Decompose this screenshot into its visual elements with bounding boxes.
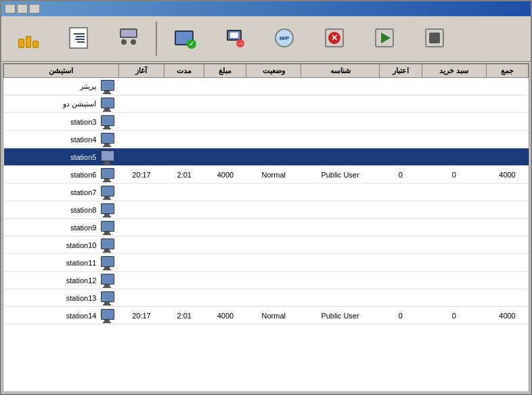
table-row[interactable]: station7 <box>4 184 529 201</box>
table-row[interactable]: station12 <box>4 272 529 289</box>
station-label: station7 <box>70 188 97 196</box>
station-label: پرینتر <box>80 82 96 91</box>
minimize-button[interactable] <box>5 4 16 14</box>
maximize-button[interactable] <box>17 4 28 14</box>
station-name-cell: station8 <box>4 201 119 219</box>
report-button[interactable] <box>54 19 103 58</box>
col-start: آغاز <box>118 64 164 78</box>
logoff-button[interactable]: → <box>210 19 259 58</box>
table-row[interactable]: station3 <box>4 113 529 131</box>
station-name-cell: station9 <box>4 219 119 236</box>
col-amount: مبلغ <box>204 64 246 78</box>
station-name-cell: station11 <box>4 254 119 272</box>
station-label: station12 <box>66 276 97 285</box>
station-label: station11 <box>66 259 97 267</box>
all-icon: ✓ <box>171 26 198 50</box>
station-name-cell: station7 <box>4 184 119 201</box>
stations-table-container[interactable]: جمع سبد خرید اعتبار شناسه وضعیت مبلغ مدت… <box>3 63 529 392</box>
close-button[interactable] <box>29 4 40 14</box>
coins-icon <box>15 26 42 50</box>
station-label: station4 <box>70 136 97 144</box>
max-usage-button[interactable] <box>4 19 53 58</box>
mp-icon: M/P <box>271 26 298 50</box>
station-name-cell: station5 <box>4 148 119 166</box>
table-row[interactable]: station5 <box>4 148 529 166</box>
station-label: station8 <box>70 206 97 214</box>
station-label: station9 <box>70 224 97 232</box>
station-name-cell: station10 <box>4 236 119 254</box>
station-label: station6 <box>70 171 97 179</box>
stations-table: جمع سبد خرید اعتبار شناسه وضعیت مبلغ مدت… <box>3 64 529 325</box>
station-name-cell: station3 <box>4 113 119 131</box>
station-name-cell: station4 <box>4 131 119 148</box>
table-row[interactable]: استیشن دو <box>4 96 529 113</box>
play-icon <box>371 26 398 50</box>
table-header-row: جمع سبد خرید اعتبار شناسه وضعیت مبلغ مدت… <box>4 64 529 78</box>
stop-button[interactable] <box>410 19 459 58</box>
station-label: استیشن دو <box>63 100 96 108</box>
table-row[interactable]: station4 <box>4 131 529 148</box>
title-bar <box>1 1 531 16</box>
main-window: ✓ → M/P <box>0 0 532 395</box>
purchase-button[interactable] <box>104 19 153 58</box>
table-row[interactable]: station8 <box>4 201 529 219</box>
station-name-cell: استیشن دو <box>4 96 119 113</box>
table-row[interactable]: 400000Public UserNormal40002:0120:17 sta… <box>4 166 529 184</box>
logoff-icon: → <box>221 26 248 50</box>
mp-button[interactable]: M/P <box>260 19 309 58</box>
cancel-button[interactable]: ✕ <box>310 19 359 58</box>
station-label: station5 <box>70 153 97 161</box>
cancel-icon: ✕ <box>321 26 348 50</box>
col-cart: سبد خرید <box>422 64 486 78</box>
station-label: station3 <box>70 118 97 126</box>
all-button[interactable]: ✓ <box>160 19 208 58</box>
report-icon <box>65 26 92 50</box>
col-total: جمع <box>487 64 529 78</box>
station-name-cell: station14 <box>4 307 119 325</box>
col-identity: شناسه <box>301 64 380 78</box>
table-row[interactable]: station13 <box>4 289 529 307</box>
title-controls <box>5 4 40 14</box>
table-row[interactable]: 400000Public UserNormal40002:0120:17 sta… <box>4 307 529 325</box>
station-label: station14 <box>66 312 97 320</box>
col-status: وضعیت <box>246 64 301 78</box>
station-name-cell: station13 <box>4 289 119 307</box>
col-duration: مدت <box>164 64 204 78</box>
col-station: استیشن <box>4 64 119 78</box>
table-row[interactable]: station10 <box>4 236 529 254</box>
cart-icon <box>115 26 142 50</box>
station-name-cell: پرینتر <box>4 78 119 96</box>
table-row[interactable]: station9 <box>4 219 529 236</box>
toolbar-separator <box>156 22 157 56</box>
col-credit: اعتبار <box>379 64 422 78</box>
station-label: station10 <box>66 241 97 249</box>
station-label: station13 <box>66 294 97 302</box>
toolbar: ✓ → M/P <box>1 16 531 62</box>
stop-icon <box>421 26 448 50</box>
table-row[interactable]: station11 <box>4 254 529 272</box>
table-row[interactable]: پرینتر <box>4 78 529 96</box>
start-button[interactable] <box>360 19 409 58</box>
station-name-cell: station12 <box>4 272 119 289</box>
station-name-cell: station6 <box>4 166 119 184</box>
